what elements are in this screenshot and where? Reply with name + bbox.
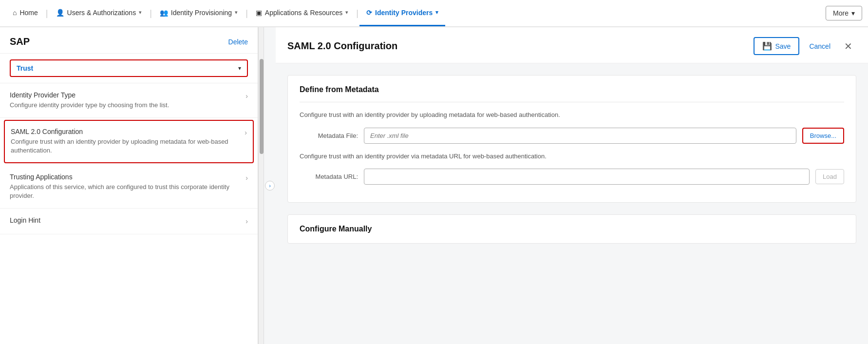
- load-button[interactable]: Load: [815, 169, 844, 184]
- right-panel-content: Define from Metadata Configure trust wit…: [276, 63, 868, 255]
- nav-apps-label: Applications & Resources: [265, 9, 343, 17]
- nav-identity-providers[interactable]: ⟳ Identity Providers ▾: [359, 0, 445, 26]
- trust-select-label: Trust: [17, 64, 238, 72]
- menu-item-login-hint-title: Login Hint: [10, 216, 242, 224]
- metadata-file-label: Metadata File:: [300, 132, 358, 139]
- more-button[interactable]: More ▾: [826, 6, 862, 20]
- main-layout: SAP Delete Trust ▾ Identity Provider Typ…: [0, 27, 868, 344]
- nav-divider-4: |: [355, 0, 359, 26]
- metadata-url-input[interactable]: [364, 169, 810, 185]
- left-scrollbar[interactable]: [258, 27, 264, 344]
- left-menu-scroll: Identity Provider Type Configure identit…: [0, 83, 258, 344]
- menu-item-trusting-apps-content: Trusting Applications Applications of th…: [10, 173, 242, 200]
- left-panel: SAP Delete Trust ▾ Identity Provider Typ…: [0, 27, 258, 344]
- menu-item-trusting-apps-title: Trusting Applications: [10, 173, 242, 181]
- apps-icon: ▣: [256, 9, 262, 17]
- browse-button[interactable]: Browse...: [802, 128, 844, 144]
- nav-users-label: Users & Authorizations: [67, 9, 136, 17]
- users-chevron-icon: ▾: [139, 9, 142, 16]
- metadata-url-label: Metadata URL:: [300, 173, 358, 180]
- menu-item-login-hint-arrow-icon: ›: [245, 217, 248, 225]
- cancel-button[interactable]: Cancel: [805, 39, 834, 54]
- trust-chevron-icon: ▾: [238, 65, 241, 72]
- nav-provisioning[interactable]: 👥 Identity Provisioning ▾: [153, 0, 245, 26]
- close-icon: ✕: [844, 41, 852, 52]
- close-button[interactable]: ✕: [840, 38, 856, 54]
- nav-home-label: Home: [19, 9, 38, 17]
- right-panel-header: SAML 2.0 Configuration 💾 Save Cancel ✕: [276, 27, 868, 63]
- nav-divider-1: |: [45, 0, 49, 26]
- menu-item-login-hint-content: Login Hint: [10, 216, 242, 226]
- metadata-file-desc: Configure trust with an identity provide…: [300, 110, 844, 120]
- menu-item-trusting-apps-arrow-icon: ›: [245, 174, 248, 182]
- home-icon: ⌂: [13, 9, 17, 17]
- nav-home[interactable]: ⌂ Home: [6, 0, 45, 26]
- menu-item-login-hint[interactable]: Login Hint ›: [0, 209, 258, 234]
- define-from-metadata-section: Define from Metadata Configure trust wit…: [287, 75, 856, 203]
- right-panel: SAML 2.0 Configuration 💾 Save Cancel ✕ D…: [276, 27, 868, 344]
- identity-providers-chevron-icon: ▾: [435, 9, 438, 16]
- save-icon: 💾: [762, 41, 772, 51]
- menu-item-trusting-apps[interactable]: Trusting Applications Applications of th…: [0, 165, 258, 209]
- left-panel-title: SAP: [10, 36, 30, 47]
- trust-dropdown-container: Trust ▾: [0, 54, 258, 83]
- section-divider-1: [300, 102, 844, 102]
- right-panel-title: SAML 2.0 Configuration: [287, 40, 397, 52]
- menu-item-saml-content: SAML 2.0 Configuration Configure trust w…: [11, 128, 241, 155]
- save-button[interactable]: 💾 Save: [754, 37, 799, 55]
- trust-select[interactable]: Trust ▾: [10, 59, 248, 77]
- menu-item-trusting-apps-desc: Applications of this service, which are …: [10, 183, 242, 200]
- menu-item-saml[interactable]: SAML 2.0 Configuration Configure trust w…: [4, 120, 254, 163]
- top-navigation: ⌂ Home | 👤 Users & Authorizations ▾ | 👥 …: [0, 0, 868, 27]
- nav-divider-3: |: [245, 0, 249, 26]
- provisioning-chevron-icon: ▾: [235, 9, 238, 16]
- menu-item-saml-desc: Configure trust with an identity provide…: [11, 137, 241, 155]
- more-label: More: [833, 9, 849, 17]
- menu-item-idp-type-arrow-icon: ›: [245, 92, 248, 100]
- menu-item-idp-type-desc: Configure identity provider type by choo…: [10, 101, 242, 110]
- menu-item-idp-type[interactable]: Identity Provider Type Configure identit…: [0, 83, 258, 118]
- metadata-file-input[interactable]: [364, 128, 796, 144]
- delete-button[interactable]: Delete: [228, 38, 248, 46]
- nav-provisioning-label: Identity Provisioning: [171, 9, 232, 17]
- nav-users[interactable]: 👤 Users & Authorizations ▾: [49, 0, 149, 26]
- left-header: SAP Delete: [0, 27, 258, 54]
- define-from-metadata-title: Define from Metadata: [300, 85, 844, 94]
- users-icon: 👤: [56, 9, 64, 17]
- nav-identity-providers-label: Identity Providers: [375, 9, 433, 17]
- identity-providers-icon: ⟳: [366, 9, 372, 17]
- menu-item-idp-type-title: Identity Provider Type: [10, 91, 242, 99]
- expand-panel-button[interactable]: ›: [265, 181, 275, 191]
- provisioning-icon: 👥: [160, 9, 168, 17]
- metadata-file-row: Metadata File: Browse...: [300, 128, 844, 144]
- nav-apps[interactable]: ▣ Applications & Resources ▾: [249, 0, 356, 26]
- save-label: Save: [775, 42, 791, 50]
- menu-item-idp-type-content: Identity Provider Type Configure identit…: [10, 91, 242, 110]
- configure-manually-section: Configure Manually: [287, 214, 856, 244]
- nav-divider-2: |: [149, 0, 153, 26]
- more-chevron-icon: ▾: [851, 9, 855, 17]
- metadata-url-row: Metadata URL: Load: [300, 169, 844, 185]
- menu-item-saml-title: SAML 2.0 Configuration: [11, 128, 241, 135]
- metadata-url-desc: Configure trust with an identity provide…: [300, 152, 844, 161]
- right-panel-actions: 💾 Save Cancel ✕: [754, 37, 856, 55]
- expand-button-container: ›: [264, 27, 276, 344]
- scrollbar-thumb: [260, 59, 264, 154]
- menu-item-saml-arrow-icon: ›: [245, 129, 247, 136]
- configure-manually-title: Configure Manually: [300, 225, 844, 233]
- apps-chevron-icon: ▾: [345, 9, 348, 16]
